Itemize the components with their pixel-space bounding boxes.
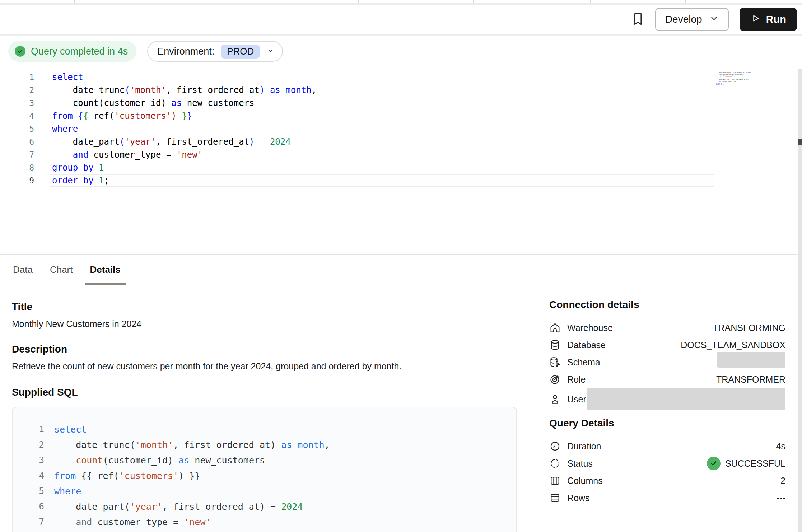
code-line-text: count(customer_id) as new_customers — [52, 97, 255, 109]
status-icon — [549, 457, 561, 470]
rows-icon — [549, 492, 561, 504]
rows-row: Rows--- — [549, 489, 785, 507]
duration-label: Duration — [567, 441, 776, 452]
line-number: 5 — [13, 484, 44, 499]
code-line-text: group by 1 — [716, 83, 723, 84]
columns-value: 2 — [780, 476, 785, 486]
code-line-text: select — [54, 422, 87, 437]
database-icon — [549, 339, 561, 351]
tab-details[interactable]: Details — [85, 255, 126, 285]
bookmark-icon — [631, 11, 644, 28]
title-heading: Title — [12, 301, 517, 313]
connection-rows: WarehouseTRANSFORMINGDatabaseDOCS_TEAM_S… — [549, 319, 785, 410]
user-redacted-value — [587, 388, 785, 410]
status-row: Query completed in 4s Environment: PROD — [0, 36, 802, 67]
toolbar: Develop Run — [0, 5, 802, 36]
editor-line: 6 date_part('year', first_ordered_at) = … — [0, 135, 802, 148]
line-number: 3 — [0, 97, 34, 109]
sql-card-line: 1select — [13, 422, 516, 437]
bookmark-button[interactable] — [631, 11, 644, 28]
editor-line: 4from {{ ref('customers') }} — [0, 109, 802, 122]
rows-value: --- — [777, 493, 785, 503]
duration-icon — [549, 440, 561, 452]
develop-label: Develop — [665, 14, 702, 25]
code-line-text: group by 1 — [52, 161, 104, 174]
code-line-text: where — [52, 122, 78, 135]
code-line-text: date_trunc('month', first_ordered_at) as… — [54, 437, 330, 453]
columns-icon — [549, 475, 561, 487]
environment-selector[interactable]: Environment: PROD — [147, 41, 283, 62]
query-status-pill: Query completed in 4s — [8, 41, 136, 62]
code-line-text: group by 1 — [54, 530, 108, 532]
tab-divider — [590, 0, 591, 3]
editor-lines: 1select2 date_trunc('month', first_order… — [0, 71, 802, 187]
status-row: StatusSUCCESSFUL — [549, 455, 785, 472]
tab-divider — [358, 0, 359, 3]
code-line-text: count(customer_id) as new_customers — [716, 74, 743, 75]
code-line-text: and customer_type = 'new' — [54, 514, 211, 530]
code-line-text: and customer_type = 'new' — [52, 148, 202, 161]
rows-label: Rows — [567, 493, 777, 503]
line-number: 2 — [0, 84, 34, 97]
code-line-text: date_part('year', first_ordered_at) = 20… — [54, 499, 303, 514]
editor-line: 9order by 1; — [0, 174, 802, 187]
run-button[interactable]: Run — [740, 8, 797, 31]
run-label: Run — [766, 14, 786, 25]
app-window: Develop Run Query completed i — [0, 0, 802, 532]
duration-value: 4s — [776, 441, 785, 452]
warehouse-value: TRANSFORMING — [713, 323, 785, 333]
code-line-text: select — [716, 70, 721, 72]
status-label: Status — [567, 458, 707, 469]
role-row: RoleTRANSFORMER — [549, 371, 785, 388]
warehouse-row: WarehouseTRANSFORMING — [549, 319, 785, 336]
develop-menu-button[interactable]: Develop — [655, 8, 729, 31]
database-row: DatabaseDOCS_TEAM_SANDBOX — [549, 336, 785, 354]
code-line-text: date_trunc('month', first_ordered_at) as… — [52, 84, 317, 97]
minimap-code: select date_trunc('month', first_ordered… — [716, 70, 722, 86]
page-scrollbar[interactable] — [798, 69, 802, 532]
user-label: User — [567, 394, 587, 405]
line-number: 7 — [13, 514, 44, 530]
editor-line: 5where — [0, 122, 802, 135]
sql-card-line: 8group by 1 — [13, 530, 516, 532]
code-line-text: date_trunc('month', first_ordered_at) as… — [716, 72, 752, 73]
sql-code-editor[interactable]: 1select2 date_trunc('month', first_order… — [0, 67, 802, 254]
line-number: 8 — [13, 530, 44, 532]
schema-label: Schema — [567, 357, 717, 368]
code-line-text: select — [52, 71, 83, 84]
warehouse-icon — [549, 322, 561, 334]
tab-data[interactable]: Data — [8, 255, 38, 285]
code-line-text: where — [716, 77, 720, 79]
code-line-text: count(customer_id) as new_customers — [54, 453, 265, 468]
active-line-highlight — [50, 174, 714, 187]
chevron-down-icon — [266, 46, 274, 57]
code-line-text: where — [54, 484, 81, 499]
details-right-pane: Connection details WarehouseTRANSFORMING… — [532, 285, 802, 531]
connection-details-heading: Connection details — [549, 299, 785, 311]
results-tabbar: DataChartDetails — [0, 254, 802, 285]
code-line-text: from {{ ref('customers') }} — [716, 75, 735, 77]
editor-line: 8group by 1 — [0, 161, 802, 174]
user-icon — [549, 393, 561, 405]
line-number: 4 — [13, 468, 44, 484]
line-number: 6 — [13, 499, 44, 514]
role-value: TRANSFORMER — [716, 374, 785, 385]
code-line-text: date_part('year', first_ordered_at) = 20… — [716, 79, 749, 80]
line-number: 7 — [0, 148, 34, 161]
code-line-text: from {{ ref('customers') }} — [54, 468, 200, 484]
code-line-text: order by 1; — [52, 174, 109, 187]
columns-label: Columns — [567, 476, 780, 486]
editor-minimap[interactable]: select date_trunc('month', first_ordered… — [716, 70, 756, 92]
tab-chart[interactable]: Chart — [45, 255, 78, 285]
line-number: 9 — [0, 174, 34, 187]
status-value: SUCCESSFUL — [707, 457, 785, 470]
role-icon — [549, 373, 561, 386]
query-details-heading: Query Details — [549, 417, 785, 429]
line-number: 5 — [0, 122, 34, 135]
check-circle-icon — [15, 46, 25, 57]
database-value: DOCS_TEAM_SANDBOX — [681, 340, 785, 350]
environment-value-badge: PROD — [221, 45, 260, 59]
line-number: 3 — [13, 453, 44, 468]
scrollbar-thumb[interactable] — [798, 139, 802, 145]
schema-value — [717, 354, 785, 370]
